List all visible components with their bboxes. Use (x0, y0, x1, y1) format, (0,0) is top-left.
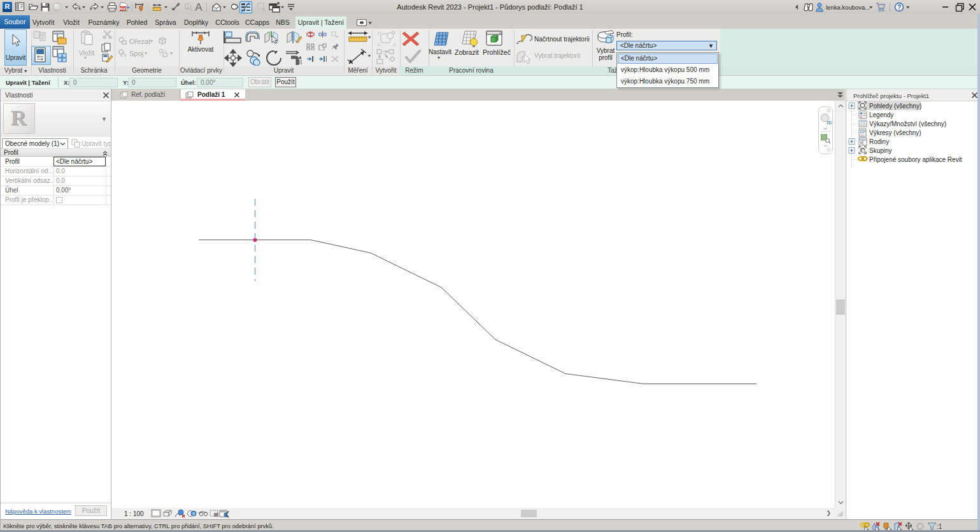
svg-text:1: 1 (187, 5, 189, 9)
svg-text:A: A (195, 1, 202, 13)
svg-text:Legendy: Legendy (869, 111, 893, 119)
svg-text:Pohledy (všechny): Pohledy (všechny) (869, 103, 921, 110)
svg-text:R: R (5, 3, 10, 10)
svg-text:9: 9 (192, 512, 195, 516)
svg-text:Skupiny: Skupiny (869, 147, 892, 154)
svg-text:Výkazy/Množství (všechny): Výkazy/Množství (všechny) (869, 120, 946, 127)
svg-text:R: R (11, 106, 27, 129)
svg-text::1: :1 (937, 523, 942, 530)
svg-text:2D: 2D (827, 120, 832, 125)
svg-text:Výkresy (všechny): Výkresy (všechny) (869, 129, 921, 136)
svg-text:PDF: PDF (120, 7, 126, 11)
svg-text:lenka.koubova...: lenka.koubova... (826, 4, 870, 11)
svg-text:Připojené soubory aplikace Rev: Připojené soubory aplikace Revit (869, 156, 962, 163)
svg-text:Rodiny: Rodiny (869, 138, 889, 145)
svg-text:?: ? (897, 4, 901, 11)
